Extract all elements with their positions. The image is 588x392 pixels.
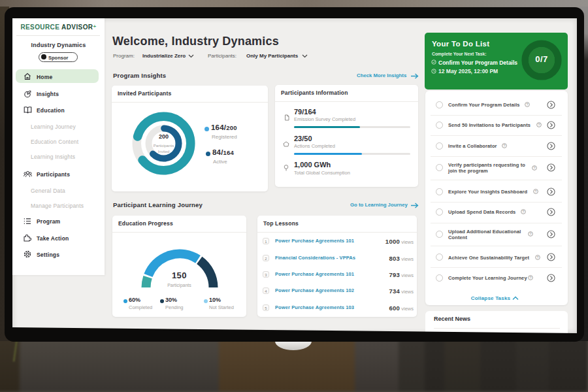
svg-text:?: ? bbox=[530, 232, 532, 236]
svg-text:?: ? bbox=[526, 103, 528, 106]
svg-text:?: ? bbox=[530, 276, 532, 280]
svg-text:?: ? bbox=[536, 255, 538, 259]
svg-text:?: ? bbox=[503, 144, 505, 148]
svg-text:?: ? bbox=[538, 123, 540, 127]
svg-text:?: ? bbox=[522, 210, 524, 214]
svg-text:?: ? bbox=[534, 189, 536, 193]
svg-text:?: ? bbox=[534, 165, 536, 169]
